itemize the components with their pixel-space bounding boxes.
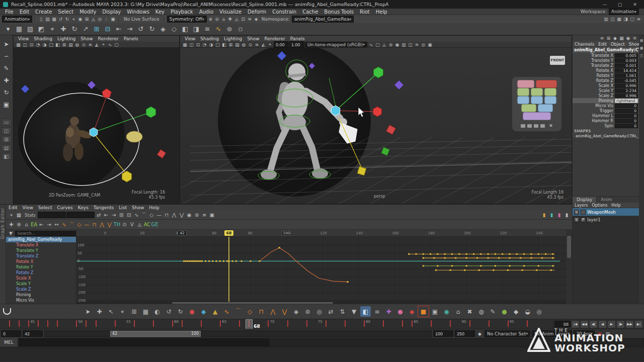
paint-selection-icon[interactable]: ✎ [2, 63, 12, 73]
bottom-toolbar-icon[interactable]: ◆ [198, 306, 209, 317]
toolbar-icon[interactable]: ≋ [202, 24, 212, 34]
channel-attribute-row[interactable]: Translate X 0.005 [573, 53, 639, 58]
bottom-toolbar-icon[interactable]: ✚ [94, 306, 105, 317]
namespace-dropdown[interactable]: animRig_Abel_GameRea [292, 16, 354, 23]
control-shape[interactable] [102, 88, 112, 98]
keyframe[interactable] [259, 260, 260, 262]
toolbar-icon[interactable]: ✚ [58, 24, 68, 34]
tangent-toolbar-icon[interactable]: ⋀ [98, 221, 106, 228]
graph-toolbar-icon[interactable]: — [155, 211, 163, 219]
viewport-toolbar-icon[interactable]: ◍ [74, 42, 80, 48]
keyframe[interactable] [466, 265, 467, 266]
bottom-toolbar-icon[interactable]: ⊚ [302, 306, 313, 317]
viewport-toolbar-icon[interactable]: ≡ [254, 42, 260, 48]
viewport-menu-item[interactable]: Shading [198, 36, 221, 41]
status-icon[interactable]: ⊖ [214, 16, 220, 22]
close-button[interactable]: ✕ [629, 1, 641, 8]
sidebar-toggle-icon[interactable]: ▦ [616, 16, 622, 22]
menu-item[interactable]: Display [99, 9, 124, 15]
keyframe[interactable] [279, 247, 280, 248]
play-forwards-button[interactable]: ▶ [607, 320, 616, 328]
keyframe-tick[interactable] [508, 320, 509, 327]
menu-item[interactable]: Constrain [269, 9, 299, 15]
range-slider-track[interactable]: 42 100 [44, 330, 432, 337]
keyframe[interactable] [189, 260, 190, 262]
keyframe[interactable] [476, 257, 478, 259]
keyframe[interactable] [219, 260, 221, 262]
picker-close-icon[interactable]: ✕ [549, 123, 553, 128]
channel-attribute-row[interactable]: Scale Y 2.234 [573, 88, 639, 93]
channel-attribute-value[interactable]: 0.003 [615, 58, 638, 63]
keyframe[interactable] [223, 260, 224, 262]
viewport-menu-item[interactable]: Lighting [221, 36, 245, 41]
sidebar-toggle-icon[interactable]: ◫ [609, 16, 616, 22]
channel-attribute-value[interactable]: 0 [615, 114, 638, 118]
keyframe[interactable] [507, 269, 509, 271]
control-shape[interactable] [146, 107, 156, 118]
viewport-toolbar-icon[interactable]: ▢ [113, 42, 120, 48]
viewport-toolbar-icon[interactable]: ◑ [208, 42, 214, 48]
outliner-channel-row[interactable]: Translate Y [6, 248, 76, 253]
keyframe[interactable] [466, 253, 467, 255]
keyframe-tick[interactable] [220, 320, 221, 327]
keyframe-tick[interactable] [306, 320, 307, 327]
play-backwards-button[interactable]: ◀ [598, 320, 607, 328]
menu-item[interactable]: Visualize [216, 9, 245, 15]
picker-tool-icon[interactable] [521, 124, 525, 128]
toolbar-icon[interactable]: ↻ [69, 24, 79, 34]
keyframe-tick[interactable] [115, 320, 116, 327]
graph-time-ruler[interactable]: 0204060801001201401601802002202404268100 [76, 230, 566, 237]
channel-attribute-value[interactable]: 0.001 [615, 63, 638, 68]
channel-attribute-value[interactable]: 1.061 [615, 73, 638, 78]
viewport-toolbar-icon[interactable]: ◫ [407, 42, 414, 48]
channel-attribute-name[interactable]: Rotate X [596, 68, 613, 73]
character-set-dropdown[interactable]: No Character Set [485, 330, 530, 337]
tangent-toolbar-icon[interactable]: ⊕ [15, 221, 23, 228]
keyframe[interactable] [433, 257, 435, 259]
tangent-toolbar-icon[interactable]: TH [113, 221, 121, 228]
step-forward-key-button[interactable]: ▶▶ [625, 320, 634, 328]
keyframe[interactable] [488, 253, 489, 255]
menu-item[interactable]: Cache [299, 9, 321, 15]
tangent-toolbar-icon[interactable]: ∿ [60, 221, 68, 228]
viewport-canvas[interactable]: 2D PanZoom: GAME_CAM Focal Length: 16 45… [14, 48, 179, 204]
graph-toolbar-icon[interactable]: ⊟ [125, 211, 133, 219]
keyframe[interactable] [241, 260, 243, 262]
viewport-persp[interactable]: ViewShadingLightingShowRendererPanels ▦◫… [180, 35, 572, 204]
keyframe[interactable] [408, 253, 410, 255]
channel-attribute-name[interactable]: Scale Y [599, 88, 613, 93]
menu-item[interactable]: Windows [124, 9, 152, 15]
fps-dropdown[interactable]: 30 fps [574, 330, 595, 337]
keyframe[interactable] [458, 253, 460, 255]
stats-value-field[interactable] [66, 212, 95, 218]
viewport-toolbar-icon[interactable]: ◎ [420, 42, 427, 48]
viewport-toolbar-icon[interactable]: ∿ [368, 42, 374, 48]
keyframe-tick[interactable] [402, 320, 403, 327]
status-icon[interactable]: ⌖ [70, 16, 77, 22]
bottom-toolbar-icon[interactable]: ⊓ [256, 306, 267, 317]
status-icon[interactable]: ∴ [103, 16, 110, 22]
picker-tool-icon[interactable] [540, 124, 545, 128]
tab-anim[interactable]: Anim [597, 197, 616, 203]
sidebar-toggle-icon[interactable]: ◨ [622, 16, 629, 22]
viewport-toolbar-icon[interactable]: ◫ [22, 42, 28, 48]
go-to-start-button[interactable]: |◀ [571, 320, 580, 328]
viewport-toolbar-icon[interactable]: ◭ [260, 42, 267, 48]
viewport-menu-item[interactable]: Shading [31, 36, 55, 41]
keyframe[interactable] [347, 281, 349, 283]
keyframe-tick[interactable] [76, 320, 77, 327]
bottom-toolbar-icon[interactable]: ⌒ [233, 306, 244, 317]
channel-box-menu-item[interactable]: Object [609, 42, 627, 47]
keyframe[interactable] [199, 260, 201, 262]
outliner-channel-row[interactable]: animRig_Abel_GameReady [6, 237, 76, 242]
keyframe[interactable] [530, 253, 532, 255]
quick-layout-button[interactable]: ◫ [2, 127, 12, 134]
viewport-menu-item[interactable]: Renderer [96, 36, 121, 41]
keyframe-tick[interactable] [239, 320, 240, 327]
viewport-toolbar-icon[interactable]: ◉ [394, 42, 400, 48]
keyframe[interactable] [437, 253, 438, 255]
graph-toolbar-icon[interactable]: ⋁ [178, 211, 186, 219]
step-back-key-button[interactable]: ◀◀ [580, 320, 589, 328]
tangent-toolbar-icon[interactable]: ⊙ [121, 221, 128, 228]
keyframe[interactable] [464, 269, 465, 271]
